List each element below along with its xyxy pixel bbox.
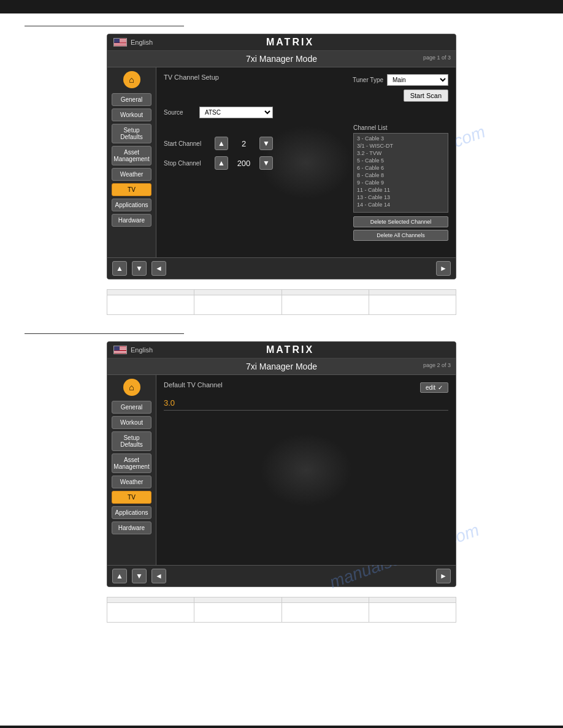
sidebar-applications-1[interactable]: Applications — [112, 199, 151, 211]
sidebar-weather-1[interactable]: Weather — [112, 168, 151, 181]
delete-all-button[interactable]: Delete All Channels — [353, 230, 448, 241]
table1-header-3 — [369, 290, 456, 295]
bottom-bar — [0, 726, 563, 728]
brand-label-2: MATRIX — [210, 344, 370, 355]
language-label-1: English — [131, 39, 210, 46]
table2-cell-1 — [194, 603, 282, 623]
sidebar-setup-defaults-1[interactable]: Setup Defaults — [112, 124, 151, 143]
start-scan-button[interactable]: Start Scan — [404, 89, 448, 102]
nav-up-button-1[interactable]: ▲ — [112, 261, 127, 276]
table1-cell-1 — [194, 295, 282, 315]
channel-item-8[interactable]: 13 - Cable 13 — [355, 194, 446, 201]
panel-header-2: English MATRIX — [107, 342, 456, 358]
center-glow-2 — [260, 433, 352, 507]
sidebar-2: ⌂ General Workout Setup Defaults Asset M… — [107, 375, 156, 565]
sidebar-weather-2[interactable]: Weather — [112, 476, 151, 488]
source-select[interactable]: ATSC — [199, 107, 273, 118]
nav-right-icon-2: ► — [440, 572, 447, 580]
sidebar-asset-mgmt-1[interactable]: Asset Management — [112, 146, 151, 165]
edit-button[interactable]: edit ✓ — [420, 382, 448, 393]
panel-title-bar-1: 7xi Manager Mode page 1 of 3 — [107, 51, 456, 67]
nav-left-button-2[interactable]: ◄ — [151, 569, 166, 583]
sidebar-hardware-1[interactable]: Hardware — [112, 214, 151, 227]
panel-footer-1: ▲ ▼ ◄ ► — [107, 257, 456, 279]
panel-header-1: English MATRIX — [107, 34, 456, 51]
channel-list[interactable]: 3 - Cable 3 3/1 - WISC-DT 3.2 - TVW 5 - … — [353, 133, 448, 213]
start-channel-down[interactable]: ▼ — [259, 137, 273, 150]
table2-header-2 — [282, 597, 369, 603]
panel-title-2: 7xi Manager Mode — [246, 362, 317, 371]
sidebar-workout-2[interactable]: Workout — [112, 416, 151, 429]
channel-item-3[interactable]: 5 - Cable 5 — [355, 157, 446, 164]
tuner-select[interactable]: Main — [387, 74, 448, 86]
panel-footer-2: ▲ ▼ ◄ ► — [107, 565, 456, 586]
channel-item-5[interactable]: 8 - Cable 8 — [355, 172, 446, 179]
channel-item-9[interactable]: 14 - Cable 14 — [355, 201, 446, 208]
channel-item-7[interactable]: 11 - Cable 11 — [355, 186, 446, 194]
table2-cell-3 — [369, 603, 456, 623]
start-channel-row: Start Channel ▲ 2 ▼ — [164, 137, 347, 150]
nav-right-button-2[interactable]: ► — [436, 569, 451, 583]
source-row: Source ATSC — [164, 107, 448, 118]
panel-body-2: ⌂ General Workout Setup Defaults Asset M… — [107, 375, 456, 565]
start-channel-up[interactable]: ▲ — [215, 137, 228, 150]
stop-channel-label: Stop Channel — [164, 160, 210, 167]
flag-icon-2 — [113, 346, 127, 354]
home-icon-1: ⌂ — [129, 75, 134, 85]
main-content-2: Default TV Channel edit ✓ 3.0 — [156, 375, 456, 565]
source-label: Source — [164, 109, 194, 116]
nav-right-icon-1: ► — [440, 264, 447, 273]
up-arrow-icon-1: ▲ — [218, 139, 225, 148]
nav-up-icon-2: ▲ — [116, 572, 123, 580]
table1-cell-0 — [107, 295, 194, 315]
edit-check-icon: ✓ — [438, 384, 443, 391]
channel-item-2[interactable]: 3.2 - TVW — [355, 150, 446, 157]
sidebar-hardware-2[interactable]: Hardware — [112, 521, 151, 534]
nav-right-button-1[interactable]: ► — [436, 261, 451, 276]
sidebar-general-2[interactable]: General — [112, 401, 151, 414]
stop-channel-up[interactable]: ▲ — [215, 156, 228, 170]
sidebar-tv-2[interactable]: TV — [112, 491, 151, 504]
sidebar-workout-1[interactable]: Workout — [112, 108, 151, 121]
channel-item-4[interactable]: 6 - Cable 6 — [355, 164, 446, 172]
stop-channel-value: 200 — [233, 159, 255, 168]
sidebar-1: ⌂ General Workout Setup Defaults Asset M… — [107, 67, 156, 257]
panel-body-1: ⌂ General Workout Setup Defaults Asset M… — [107, 67, 456, 257]
home-button-1[interactable]: ⌂ — [123, 71, 140, 88]
channel-item-0[interactable]: 3 - Cable 3 — [355, 135, 446, 142]
table1-cell-3 — [369, 295, 456, 315]
nav-down-icon-1: ▼ — [136, 264, 143, 273]
stop-channel-down[interactable]: ▼ — [259, 156, 273, 170]
nav-left-icon-1: ◄ — [155, 264, 163, 273]
table1-cell-2 — [282, 295, 369, 315]
table2-cell-2 — [282, 603, 369, 623]
tuner-group: Tuner Type Main — [353, 74, 448, 86]
home-button-2[interactable]: ⌂ — [123, 379, 140, 396]
section-title-1: TV Channel Setup — [164, 74, 219, 81]
channel-separator — [164, 410, 448, 411]
panel-1: English MATRIX 7xi Manager Mode page 1 o… — [107, 34, 456, 279]
nav-down-icon-2: ▼ — [136, 572, 143, 580]
channel-controls: Start Channel ▲ 2 ▼ Stop Channel — [164, 124, 347, 241]
sidebar-applications-2[interactable]: Applications — [112, 506, 151, 519]
default-tv-header-row: Default TV Channel edit ✓ — [164, 381, 448, 393]
start-scan-row: Start Scan — [164, 89, 448, 102]
section-divider-2 — [25, 333, 184, 334]
nav-down-button-2[interactable]: ▼ — [132, 569, 147, 583]
sidebar-setup-defaults-2[interactable]: Setup Defaults — [112, 431, 151, 451]
channel-item-6[interactable]: 9 - Cable 9 — [355, 179, 446, 186]
stop-channel-row: Stop Channel ▲ 200 ▼ — [164, 156, 347, 170]
flag-icon-1 — [113, 38, 127, 47]
nav-left-button-1[interactable]: ◄ — [151, 261, 166, 276]
channel-item-1[interactable]: 3/1 - WISC-DT — [355, 142, 446, 150]
table1-header-1 — [194, 290, 282, 295]
sidebar-tv-1[interactable]: TV — [112, 183, 151, 196]
sidebar-asset-mgmt-2[interactable]: Asset Management — [112, 453, 151, 473]
nav-up-button-2[interactable]: ▲ — [112, 569, 127, 583]
edit-group: edit ✓ — [420, 382, 448, 393]
sidebar-general-1[interactable]: General — [112, 93, 151, 106]
panel-title-bar-2: 7xi Manager Mode page 2 of 3 — [107, 358, 456, 375]
table1-header-0 — [107, 290, 194, 295]
nav-down-button-1[interactable]: ▼ — [132, 261, 147, 276]
delete-selected-button[interactable]: Delete Selected Channel — [353, 216, 448, 227]
